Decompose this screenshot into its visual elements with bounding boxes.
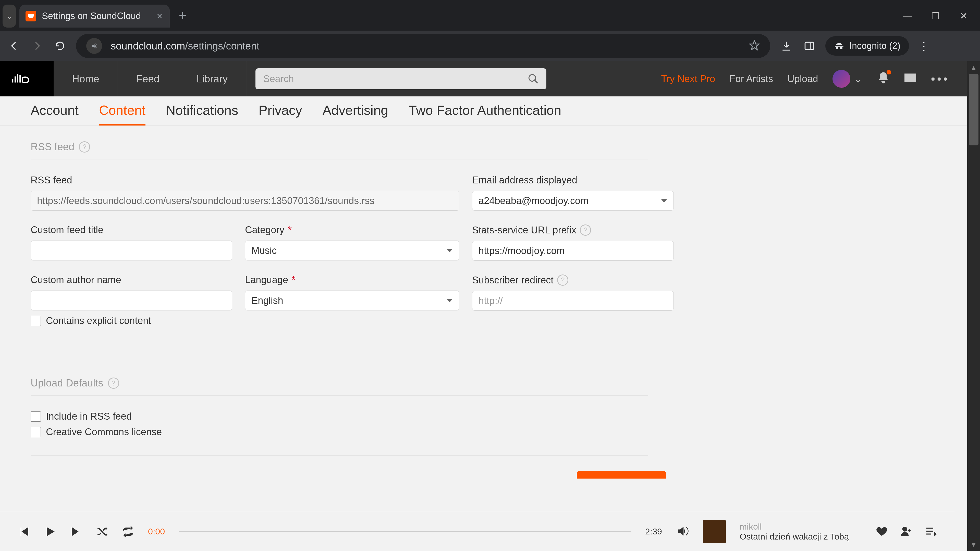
chevron-down-icon: ⌄ <box>854 73 862 85</box>
window-close-button[interactable]: ✕ <box>959 11 969 21</box>
bookmark-button[interactable] <box>749 40 760 52</box>
player-bar: 0:00 2:39 mikoll Ostatni dzień wakacji z… <box>0 512 955 551</box>
redirect-input[interactable] <box>472 291 674 311</box>
nav-home[interactable]: Home <box>54 61 118 97</box>
notifications-button[interactable] <box>877 71 890 86</box>
site-search[interactable] <box>256 68 546 89</box>
vertical-scrollbar[interactable]: ▲ ▼ <box>967 61 980 551</box>
next-track-button[interactable] <box>70 526 82 538</box>
messages-button[interactable] <box>904 71 917 86</box>
prev-track-button[interactable] <box>18 526 30 538</box>
scroll-down-button[interactable]: ▼ <box>967 538 980 551</box>
tab-two-factor[interactable]: Two Factor Authentication <box>409 103 561 125</box>
shuffle-button[interactable] <box>96 526 108 538</box>
language-label: Language* <box>245 275 460 286</box>
language-select[interactable]: English <box>245 291 460 310</box>
custom-title-input[interactable] <box>30 241 232 260</box>
browser-toolbar: soundcloud.com/settings/content Incognit… <box>0 30 980 61</box>
repeat-button[interactable] <box>122 526 134 538</box>
window-maximize-button[interactable]: ❐ <box>931 11 941 21</box>
window-minimize-button[interactable]: ― <box>902 11 913 21</box>
page-content: Home Feed Library Try Next Pro For Artis… <box>0 61 967 551</box>
cc-license-checkbox-input[interactable] <box>30 427 41 437</box>
more-menu-button[interactable]: ••• <box>931 72 950 86</box>
rss-feed-section-title: RSS feed ? <box>30 141 648 159</box>
scrollbar-thumb[interactable] <box>969 74 978 145</box>
upload-defaults-section-title: Upload Defaults ? <box>30 377 648 395</box>
tab-advertising[interactable]: Advertising <box>323 103 388 125</box>
svg-rect-3 <box>805 42 814 49</box>
try-next-pro-link[interactable]: Try Next Pro <box>661 73 715 84</box>
for-artists-link[interactable]: For Artists <box>729 73 773 84</box>
notification-dot <box>886 70 891 75</box>
category-select[interactable]: Music <box>245 241 460 260</box>
author-input[interactable] <box>30 291 232 310</box>
track-artwork[interactable] <box>703 520 726 543</box>
explicit-checkbox[interactable]: Contains explicit content <box>30 315 648 326</box>
browser-menu-button[interactable]: ⋮ <box>918 40 929 52</box>
stats-url-input[interactable] <box>472 241 674 261</box>
downloads-button[interactable] <box>780 40 793 52</box>
rss-feed-label: RSS feed <box>30 175 460 186</box>
tab-privacy[interactable]: Privacy <box>259 103 302 125</box>
redirect-label: Subscriber redirect? <box>472 275 674 286</box>
svg-point-0 <box>92 45 94 46</box>
save-button[interactable] <box>577 471 666 478</box>
new-tab-button[interactable]: + <box>179 9 186 22</box>
nav-feed[interactable]: Feed <box>118 61 178 97</box>
follow-button[interactable] <box>900 525 912 538</box>
explicit-checkbox-input[interactable] <box>30 316 41 326</box>
nav-library[interactable]: Library <box>178 61 246 97</box>
avatar <box>832 70 850 88</box>
tab-notifications[interactable]: Notifications <box>166 103 238 125</box>
cc-license-checkbox[interactable]: Creative Commons license <box>30 427 648 437</box>
scrollbar-track[interactable] <box>967 74 980 538</box>
reload-button[interactable] <box>53 40 67 52</box>
custom-title-label: Custom feed title <box>30 224 232 235</box>
category-label: Category* <box>245 224 460 235</box>
like-button[interactable] <box>876 525 888 538</box>
author-label: Custom author name <box>30 275 232 286</box>
search-input[interactable] <box>263 73 528 84</box>
back-button[interactable] <box>7 40 21 52</box>
soundcloud-logo[interactable] <box>0 61 54 97</box>
tab-title: Settings on SoundCloud <box>42 11 141 21</box>
help-icon[interactable]: ? <box>108 378 119 389</box>
volume-button[interactable] <box>676 524 689 539</box>
play-button[interactable] <box>44 526 56 538</box>
help-icon[interactable]: ? <box>557 275 568 286</box>
tab-content[interactable]: Content <box>99 103 145 125</box>
site-info-button[interactable] <box>86 38 102 54</box>
help-icon[interactable]: ? <box>79 141 90 152</box>
account-menu[interactable]: ⌄ <box>832 70 862 88</box>
search-icon[interactable] <box>528 73 539 84</box>
close-tab-button[interactable]: × <box>157 11 162 21</box>
email-label: Email address displayed <box>472 175 674 186</box>
progress-bar[interactable] <box>179 531 632 532</box>
elapsed-time: 0:00 <box>148 527 165 537</box>
forward-button[interactable] <box>30 40 44 52</box>
help-icon[interactable]: ? <box>580 224 591 236</box>
tab-search-button[interactable]: ⌄ <box>3 5 16 27</box>
scroll-up-button[interactable]: ▲ <box>967 61 980 74</box>
upload-link[interactable]: Upload <box>788 73 818 84</box>
browser-titlebar: ⌄ Settings on SoundCloud × + ― ❐ ✕ <box>0 0 980 30</box>
sidepanel-button[interactable] <box>802 40 816 52</box>
site-header: Home Feed Library Try Next Pro For Artis… <box>0 61 967 97</box>
email-select[interactable]: a24beaba@moodjoy.com <box>472 191 674 211</box>
address-bar[interactable]: soundcloud.com/settings/content <box>76 34 770 58</box>
stats-label: Stats-service URL prefix? <box>472 224 674 236</box>
queue-button[interactable] <box>925 525 937 538</box>
duration-time: 2:39 <box>645 527 662 537</box>
include-rss-checkbox-input[interactable] <box>30 411 41 422</box>
browser-tab-active[interactable]: Settings on SoundCloud × <box>19 5 170 27</box>
incognito-chip[interactable]: Incognito (2) <box>825 36 909 56</box>
svg-point-5 <box>903 527 907 531</box>
rss-feed-input[interactable] <box>30 191 460 211</box>
tab-account[interactable]: Account <box>30 103 79 125</box>
track-artist[interactable]: mikoll <box>740 522 862 532</box>
settings-tabs: Account Content Notifications Privacy Ad… <box>0 97 967 126</box>
track-title[interactable]: Ostatni dzień wakacji z Tobą <box>740 532 862 541</box>
include-rss-checkbox[interactable]: Include in RSS feed <box>30 411 648 422</box>
url-text: soundcloud.com/settings/content <box>111 40 259 52</box>
